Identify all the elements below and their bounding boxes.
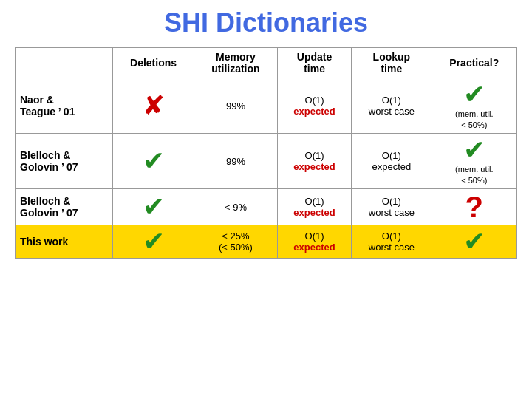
- table-row: Blelloch &Golovin ’ 07✔99%O(1)expectedO(…: [16, 134, 517, 189]
- table-row: This work✔< 25%(< 50%)O(1)expectedO(1)wo…: [16, 225, 517, 259]
- row-label: Naor &Teague ’ 01: [16, 78, 113, 134]
- cell-practical: ✔(mem. util.< 50%): [432, 78, 516, 134]
- cell-memory: 99%: [194, 134, 277, 189]
- check-icon: ✔: [463, 79, 485, 109]
- check-icon: ✔: [463, 134, 485, 165]
- header-lookup: Lookuptime: [352, 48, 432, 78]
- check-icon: ✔: [463, 226, 485, 256]
- page-title: SHI Dictionaries: [164, 7, 368, 38]
- table-wrapper: Deletions Memoryutilization Updatetime L…: [15, 47, 517, 259]
- row-label: Blelloch &Golovin ’ 07: [16, 189, 113, 225]
- table-header-row: Deletions Memoryutilization Updatetime L…: [16, 48, 517, 78]
- question-icon: ?: [466, 191, 483, 223]
- check-icon: ✔: [143, 226, 165, 256]
- check-icon: ✔: [143, 146, 165, 176]
- cell-deletions: ✘: [113, 78, 194, 134]
- cell-practical: ✔: [432, 225, 516, 259]
- practical-note: (mem. util.< 50%): [455, 109, 493, 129]
- header-memory: Memoryutilization: [194, 48, 277, 78]
- cell-lookup: O(1)worst case: [352, 189, 432, 225]
- header-deletions: Deletions: [113, 48, 194, 78]
- cell-update: O(1)expected: [277, 189, 351, 225]
- cell-deletions: ✔: [113, 225, 194, 259]
- header-update: Updatetime: [277, 48, 351, 78]
- cell-memory: 99%: [194, 78, 277, 134]
- table-row: Blelloch &Golovin ’ 07✔< 9%O(1)expectedO…: [16, 189, 517, 225]
- cell-memory: < 25%(< 50%): [194, 225, 277, 259]
- header-practical: Practical?: [432, 48, 516, 78]
- check-icon: ✔: [143, 191, 165, 222]
- cross-icon: ✘: [143, 90, 165, 120]
- row-label: This work: [16, 225, 113, 259]
- cell-update: O(1)expected: [277, 134, 351, 189]
- cell-update: O(1)expected: [277, 78, 351, 134]
- comparison-table: Deletions Memoryutilization Updatetime L…: [15, 47, 517, 259]
- cell-lookup: O(1)expected: [352, 134, 432, 189]
- practical-note: (mem. util.< 50%): [455, 165, 493, 185]
- cell-update: O(1)expected: [277, 225, 351, 259]
- row-label: Blelloch &Golovin ’ 07: [16, 134, 113, 189]
- header-row-label: [16, 48, 113, 78]
- cell-lookup: O(1)worst case: [352, 225, 432, 259]
- cell-lookup: O(1)worst case: [352, 78, 432, 134]
- cell-practical: ?: [432, 189, 516, 225]
- table-row: Naor &Teague ’ 01✘99%O(1)expectedO(1)wor…: [16, 78, 517, 134]
- cell-memory: < 9%: [194, 189, 277, 225]
- cell-deletions: ✔: [113, 134, 194, 189]
- cell-practical: ✔(mem. util.< 50%): [432, 134, 516, 189]
- cell-deletions: ✔: [113, 189, 194, 225]
